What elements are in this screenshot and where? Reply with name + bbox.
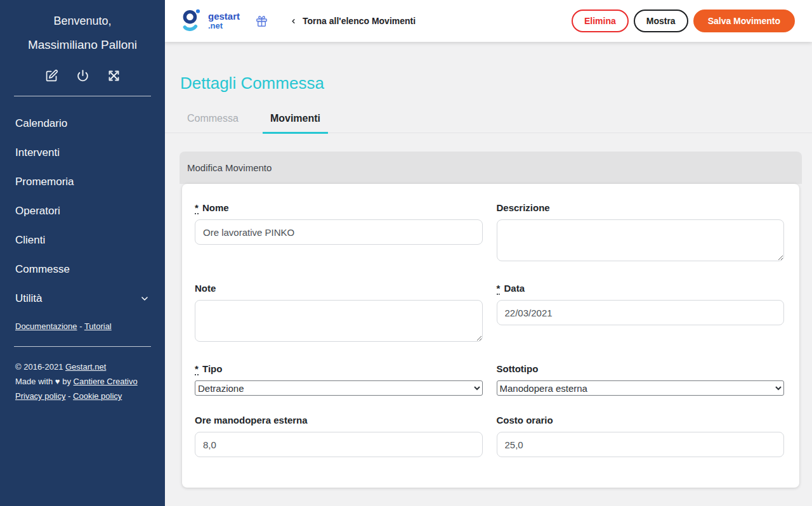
back-link-label: Torna all'elenco Movimenti: [303, 16, 416, 26]
power-icon[interactable]: [76, 69, 89, 82]
gestart-link[interactable]: Gestart.net: [65, 362, 106, 372]
data-label: * Data: [497, 283, 785, 294]
field-nome: * Nome: [195, 202, 483, 245]
sidebar-item-interventi[interactable]: Interventi: [0, 138, 165, 167]
cookie-policy-link[interactable]: Cookie policy: [73, 391, 122, 401]
tipo-select[interactable]: Detrazione: [195, 380, 483, 396]
welcome-username: Massimiliano Palloni: [0, 38, 165, 52]
field-ore-manodopera: Ore manodopera esterna: [195, 415, 483, 457]
cantiere-creativo-link[interactable]: Cantiere Creativo: [74, 377, 138, 386]
ore-manodopera-input[interactable]: [195, 432, 483, 457]
field-descrizione: Descrizione: [497, 202, 785, 264]
note-textarea[interactable]: [195, 300, 483, 342]
sidebar-item-operatori[interactable]: Operatori: [0, 197, 165, 226]
field-costo-orario: Costo orario: [497, 415, 785, 457]
copyright-line: © 2016-2021 Gestart.net: [15, 360, 150, 374]
note-label: Note: [195, 283, 483, 294]
descrizione-label: Descrizione: [497, 202, 785, 213]
tab-bar: Commessa Movimenti: [165, 113, 812, 133]
salva-movimento-button[interactable]: Salva Movimento: [693, 10, 795, 32]
gift-icon[interactable]: [255, 15, 268, 28]
tab-commessa[interactable]: Commessa: [180, 113, 246, 133]
elimina-button[interactable]: Elimina: [572, 10, 629, 32]
field-note: Note: [195, 283, 483, 344]
policies-line: Privacy policy - Cookie policy: [15, 389, 150, 403]
docs-separator: -: [77, 321, 84, 331]
sidebar-item-label: Promemoria: [15, 176, 74, 188]
field-sottotipo: Sottotipo Manodopera esterna: [497, 363, 785, 396]
mostra-button[interactable]: Mostra: [634, 10, 688, 32]
gestart-logo-text: gestart .net: [208, 11, 240, 30]
made-with-line: Made with ♥ by Cantiere Creativo: [15, 374, 150, 389]
sottotipo-label: Sottotipo: [497, 363, 785, 374]
docs-links: Documentazione - Tutorial: [0, 313, 165, 331]
made-with-text: Made with ♥ by: [15, 377, 74, 386]
back-to-movimenti-link[interactable]: Torna all'elenco Movimenti: [290, 16, 416, 26]
required-asterisk: *: [195, 363, 199, 375]
nome-input[interactable]: [195, 219, 483, 245]
chevron-down-icon: [140, 294, 150, 304]
movimento-form-card: * Nome Descrizione Note * Data * Tipo: [182, 184, 799, 488]
expand-arrows-icon[interactable]: [107, 69, 121, 82]
sidebar: Benvenuto, Massimiliano Palloni Calendar…: [0, 0, 165, 506]
required-asterisk: *: [497, 283, 501, 295]
required-asterisk: *: [195, 202, 199, 214]
field-tipo: * Tipo Detrazione: [195, 363, 483, 396]
logo-text-bottom: .net: [208, 21, 240, 30]
sidebar-item-label: Calendario: [15, 117, 67, 130]
gestart-logo[interactable]: gestart .net: [181, 8, 240, 34]
welcome-greeting: Benvenuto,: [0, 15, 165, 28]
data-label-text: Data: [504, 283, 525, 294]
chevron-left-icon: [290, 17, 297, 25]
edit-icon[interactable]: [45, 69, 58, 82]
sidebar-item-label: Interventi: [15, 146, 60, 159]
sidebar-menu: Calendario Interventi Promemoria Operato…: [0, 96, 165, 313]
sidebar-footer: © 2016-2021 Gestart.net Made with ♥ by C…: [0, 347, 165, 403]
movimento-form: * Nome Descrizione Note * Data * Tipo: [195, 202, 784, 457]
page-title: Dettagli Commessa: [180, 74, 797, 93]
tipo-label-text: Tipo: [202, 363, 222, 374]
panel-title: Modifica Movimento: [180, 152, 802, 184]
privacy-policy-link[interactable]: Privacy policy: [15, 391, 65, 401]
sottotipo-select[interactable]: Manodopera esterna: [497, 380, 785, 396]
sidebar-item-calendario[interactable]: Calendario: [0, 109, 165, 138]
sidebar-item-label: Clienti: [15, 234, 45, 247]
sidebar-item-promemoria[interactable]: Promemoria: [0, 167, 165, 197]
data-input[interactable]: [497, 300, 785, 325]
main-content: Dettagli Commessa Commessa Movimenti Mod…: [165, 74, 812, 488]
documentazione-link[interactable]: Documentazione: [15, 321, 77, 331]
costo-orario-input[interactable]: [497, 432, 785, 457]
sidebar-item-label: Utilità: [15, 292, 43, 305]
modifica-movimento-panel: Modifica Movimento * Nome Descrizione No…: [180, 152, 802, 488]
tipo-label: * Tipo: [195, 363, 483, 374]
copyright-text: © 2016-2021: [15, 362, 65, 372]
sidebar-item-label: Operatori: [15, 205, 60, 217]
field-data: * Data: [497, 283, 785, 325]
sidebar-item-utilita[interactable]: Utilità: [0, 284, 165, 313]
sidebar-item-label: Commesse: [15, 263, 70, 276]
welcome-block: Benvenuto, Massimiliano Palloni: [0, 0, 165, 52]
nome-label: * Nome: [195, 202, 483, 213]
gestart-logo-mark: [181, 8, 204, 34]
sidebar-item-commesse[interactable]: Commesse: [0, 255, 165, 284]
sidebar-icon-row: [0, 69, 165, 96]
logo-text-top: gestart: [208, 11, 240, 21]
ore-manodopera-label: Ore manodopera esterna: [195, 415, 483, 425]
topbar: gestart .net Torna all'elenco Movimenti …: [165, 0, 812, 42]
tutorial-link[interactable]: Tutorial: [84, 321, 112, 331]
policy-separator: -: [65, 391, 73, 401]
sidebar-item-clienti[interactable]: Clienti: [0, 226, 165, 255]
nome-label-text: Nome: [202, 202, 229, 213]
descrizione-textarea[interactable]: [497, 219, 785, 261]
tab-movimenti[interactable]: Movimenti: [263, 113, 328, 134]
costo-orario-label: Costo orario: [497, 415, 785, 425]
